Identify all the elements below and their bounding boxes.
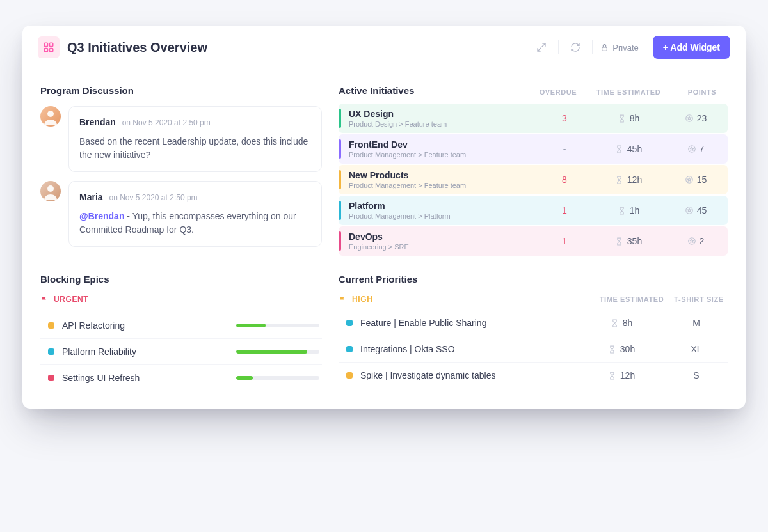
- overdue-value: 3: [542, 113, 587, 123]
- epic-name: Settings UI Refresh: [62, 373, 228, 383]
- epic-row[interactable]: Settings UI Refresh: [40, 365, 322, 391]
- star-icon: [685, 175, 694, 184]
- priorities-title: Current Priorities: [339, 274, 728, 285]
- initiatives-panel: Active Initiatives OVERDUE TIME ESTIMATE…: [339, 85, 728, 257]
- points-value: 23: [670, 113, 721, 123]
- initiative-row[interactable]: New ProductsProduct Management > Feature…: [339, 165, 728, 194]
- priority-row[interactable]: Spike | Investigate dynamic tables12hS: [339, 363, 728, 388]
- privacy-label: Private: [612, 43, 638, 52]
- initiative-row[interactable]: FrontEnd DevProduct Management > Feature…: [339, 134, 728, 164]
- flag-icon: [40, 295, 49, 304]
- color-dot: [48, 348, 54, 355]
- comment-author: Brendan: [79, 117, 116, 127]
- comment-meta: on Nov 5 2020 at 2:50 pm: [109, 193, 197, 202]
- priority-size: S: [668, 370, 725, 380]
- overdue-value: 8: [542, 175, 587, 185]
- points-value: 7: [670, 144, 721, 154]
- flag-icon: [339, 295, 347, 304]
- overdue-value: 1: [542, 205, 587, 215]
- star-icon: [687, 237, 696, 246]
- refresh-icon[interactable]: [566, 38, 584, 56]
- progress-bar: [236, 350, 319, 354]
- discussion-title: Program Discussion: [40, 85, 322, 96]
- hourglass-icon: [608, 345, 616, 354]
- epic-row[interactable]: Platform Reliability: [40, 339, 322, 365]
- priority-size: XL: [668, 344, 725, 354]
- svg-point-5: [47, 111, 54, 117]
- points-value: 45: [670, 205, 721, 215]
- initiative-path: Engineering > SRE: [349, 243, 542, 251]
- color-dot: [346, 320, 353, 326]
- color-bar: [339, 109, 341, 128]
- comment: Brendan on Nov 5 2020 at 2:50 pm Based o…: [40, 106, 322, 172]
- svg-rect-0: [44, 43, 47, 46]
- initiative-row[interactable]: DevOpsEngineering > SRE135h2: [339, 226, 728, 256]
- initiative-row[interactable]: PlatformProduct Management > Platform11h…: [339, 196, 728, 225]
- high-flag: HIGH: [339, 295, 593, 304]
- add-widget-button[interactable]: + Add Widget: [653, 36, 730, 59]
- initiative-name: DevOps: [349, 231, 542, 242]
- priority-time: 30h: [583, 344, 660, 354]
- priority-time: 8h: [583, 318, 660, 328]
- progress-bar: [236, 324, 319, 327]
- col-points: POINTS: [676, 88, 728, 96]
- comment-meta: on Nov 5 2020 at 2:50 pm: [122, 118, 211, 127]
- priority-time: 12h: [583, 370, 660, 380]
- priority-row[interactable]: Feature | Enable Public Sharing8hM: [339, 310, 728, 336]
- svg-rect-1: [50, 43, 53, 46]
- priority-name: Feature | Enable Public Sharing: [360, 318, 575, 328]
- time-value: 1h: [587, 205, 670, 215]
- svg-rect-4: [602, 47, 607, 50]
- overdue-value: 1: [542, 236, 587, 246]
- time-value: 8h: [587, 113, 670, 123]
- hourglass-icon: [611, 319, 619, 327]
- urgent-flag: URGENT: [40, 295, 322, 304]
- color-bar: [339, 170, 341, 189]
- color-dot: [346, 346, 353, 352]
- hourglass-icon: [608, 372, 616, 380]
- initiative-name: New Products: [349, 170, 542, 180]
- epic-row[interactable]: API Refactoring: [40, 313, 322, 339]
- privacy-toggle[interactable]: Private: [600, 43, 638, 52]
- priority-row[interactable]: Integrations | Okta SSO30hXL: [339, 336, 728, 363]
- dashboard-card: Q3 Initiatives Overview Private: [22, 26, 746, 409]
- points-value: 15: [670, 175, 721, 185]
- toolbar-divider: [592, 40, 593, 54]
- hourglass-icon: [618, 207, 626, 215]
- comment: Maria on Nov 5 2020 at 2:50 pm @Brendan …: [40, 181, 322, 247]
- priority-size: M: [668, 318, 725, 328]
- col-time: TIME ESTIMATED: [587, 88, 670, 96]
- time-value: 35h: [587, 236, 670, 246]
- avatar: [40, 106, 61, 127]
- comment-body: @Brendan - Yup, this encompasses everyth…: [79, 210, 311, 237]
- color-dot: [346, 372, 353, 379]
- comment-bubble: Brendan on Nov 5 2020 at 2:50 pm Based o…: [68, 106, 322, 172]
- initiative-row[interactable]: UX DesignProduct Design > Feature team38…: [339, 104, 728, 133]
- hourglass-icon: [615, 237, 623, 246]
- time-value: 12h: [587, 175, 670, 185]
- blocking-title: Blocking Epics: [40, 274, 322, 285]
- toolbar-divider: [558, 40, 559, 54]
- epic-name: API Refactoring: [62, 320, 228, 331]
- col-size: T-SHIRT SIZE: [670, 295, 728, 303]
- initiative-name: FrontEnd Dev: [349, 139, 542, 150]
- expand-icon[interactable]: [532, 38, 550, 56]
- epic-name: Platform Reliability: [62, 347, 228, 357]
- priority-name: Integrations | Okta SSO: [360, 344, 575, 354]
- app-icon: [38, 36, 60, 58]
- progress-bar: [236, 376, 319, 380]
- col-overdue: OVERDUE: [536, 88, 580, 96]
- color-bar: [339, 231, 341, 251]
- initiative-name: Platform: [349, 201, 542, 211]
- toolbar: Q3 Initiatives Overview Private: [22, 26, 746, 68]
- svg-rect-3: [50, 49, 53, 52]
- svg-rect-2: [44, 49, 47, 52]
- star-icon: [687, 145, 696, 153]
- page-title: Q3 Initiatives Overview: [67, 40, 525, 55]
- mention[interactable]: @Brendan: [79, 211, 124, 221]
- time-value: 45h: [587, 144, 670, 154]
- color-dot: [48, 322, 54, 329]
- overdue-value: -: [542, 144, 587, 154]
- comment-author: Maria: [79, 192, 103, 202]
- star-icon: [685, 114, 694, 123]
